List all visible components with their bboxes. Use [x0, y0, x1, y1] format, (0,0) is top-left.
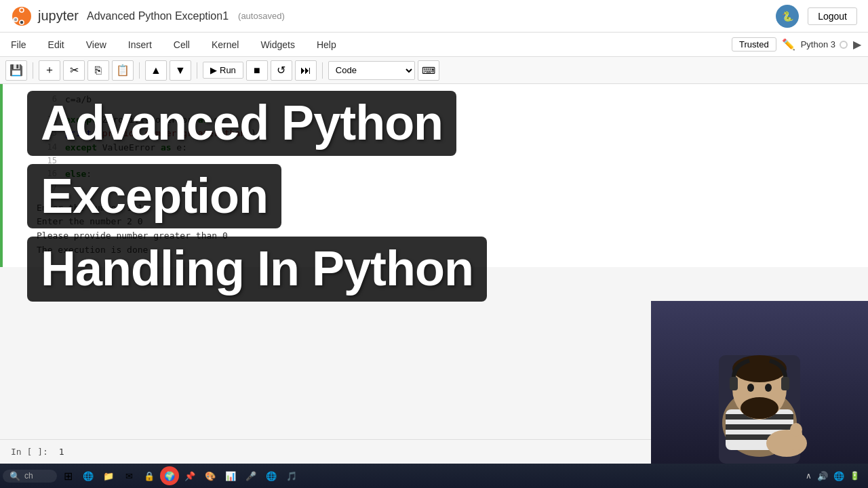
paste-cell-button[interactable]: 📋 [112, 60, 134, 81]
output-line-3: Please provide number greater than 0 [37, 229, 857, 243]
kernel-status-circle [840, 41, 848, 49]
menu-edit[interactable]: Edit [44, 37, 68, 53]
cell-input-value: 1 [59, 447, 64, 457]
taskbar-mic-icon[interactable]: 🎤 [241, 466, 260, 485]
menu-view[interactable]: View [82, 37, 111, 53]
separator-2 [139, 62, 140, 79]
windows-taskbar: 🔍 ch ⊞ 🌐 📁 ✉ 🔒 🌍 📌 🎨 📊 🎤 🌐 🎵 ∧ 🔊 🌐 🔋 [0, 464, 868, 488]
logo-area: jupyter Advanced Python Exception1 (auto… [11, 5, 285, 27]
taskbar-explorer-icon[interactable]: 📁 [99, 466, 118, 485]
menu-kernel[interactable]: Kernel [208, 37, 243, 53]
code-line-12: 12 except ZeroDivisionError as e: [37, 113, 857, 127]
svg-rect-19 [781, 377, 789, 390]
bottom-cell-area: In [ ]: 1 [0, 439, 651, 464]
code-line-13: 13 print("provide number greater than") [37, 127, 857, 140]
code-line-14: 14 except ValueError as e: [37, 141, 857, 155]
menu-cell[interactable]: Cell [170, 37, 194, 53]
taskbar-browser2-icon[interactable]: 🌐 [262, 466, 281, 485]
svg-point-16 [747, 384, 754, 392]
run-icon: ▶ [210, 65, 217, 75]
top-bar: jupyter Advanced Python Exception1 (auto… [0, 0, 868, 33]
expand-icon: ▶ [853, 38, 861, 51]
taskbar-windows-icon[interactable]: ⊞ [58, 466, 77, 485]
code-line-15: 15 [37, 155, 857, 167]
restart-button[interactable]: ↺ [271, 60, 292, 81]
taskbar-mail-icon[interactable]: ✉ [119, 466, 138, 485]
svg-point-2 [20, 20, 24, 24]
svg-point-14 [732, 355, 787, 382]
taskbar-volume-icon[interactable]: 🔊 [817, 471, 828, 481]
code-area: 6 c=a/b 12 except ZeroDivisionError as e… [3, 89, 868, 197]
separator-4 [322, 62, 323, 79]
cell-input-indicator: In [ ]: [11, 447, 48, 457]
notebook-area: 6 c=a/b 12 except ZeroDivisionError as e… [0, 84, 868, 464]
jupyter-logo-icon [11, 5, 33, 27]
cut-cell-button[interactable]: ✂ [63, 60, 85, 81]
separator-3 [197, 62, 197, 79]
taskbar-expand-icon[interactable]: ∧ [806, 471, 812, 481]
svg-point-3 [14, 18, 18, 22]
move-down-button[interactable]: ▼ [170, 60, 191, 81]
kernel-indicator: Python 3 [801, 39, 848, 49]
taskbar-network-icon[interactable]: 🌐 [833, 471, 844, 481]
trusted-area: Trusted ✏️ Python 3 ▶ [732, 37, 861, 52]
output-area: Enter the number 1 12 Enter the number 2… [3, 197, 868, 262]
taskbar-art-icon[interactable]: 🎨 [201, 466, 220, 485]
autosaved-label: (autosaved) [238, 11, 285, 21]
svg-point-17 [765, 384, 772, 392]
python-logo-icon: 🐍 [775, 4, 800, 28]
menu-widgets[interactable]: Widgets [256, 37, 299, 53]
logout-button[interactable]: Logout [808, 7, 857, 25]
menu-help[interactable]: Help [313, 37, 340, 53]
taskbar-right-area: ∧ 🔊 🌐 🔋 [806, 471, 865, 481]
restart-run-button[interactable]: ⏭ [295, 60, 317, 81]
menu-insert[interactable]: Insert [124, 37, 156, 53]
search-text: ch [24, 471, 33, 481]
output-line-4: The execution is done [37, 243, 857, 258]
taskbar-search[interactable]: 🔍 ch [3, 470, 57, 483]
taskbar-chrome-icon[interactable]: 🌍 [160, 466, 179, 485]
cell-type-select[interactable]: Code Markdown Raw NBConvert Heading [328, 61, 415, 80]
code-line-17: 17 [37, 182, 857, 194]
keyboard-shortcuts-button[interactable]: ⌨ [418, 60, 439, 81]
person-silhouette [651, 301, 868, 464]
webcam-overlay [651, 301, 868, 464]
add-cell-button[interactable]: ＋ [39, 60, 60, 81]
taskbar-battery-icon[interactable]: 🔋 [850, 471, 860, 481]
svg-rect-18 [730, 377, 738, 390]
separator-1 [33, 62, 33, 79]
trusted-button[interactable]: Trusted [732, 37, 776, 52]
output-line-2: Enter the number 2 0 [37, 215, 857, 229]
menu-file[interactable]: File [7, 37, 31, 53]
svg-point-1 [20, 8, 24, 12]
run-button[interactable]: ▶ Run [203, 62, 243, 79]
code-line-6: 6 c=a/b [37, 93, 857, 106]
svg-rect-11 [726, 424, 793, 430]
toolbar: 💾 ＋ ✂ ⎘ 📋 ▲ ▼ ▶ Run ■ ↺ ⏭ Code Markdown … [0, 57, 868, 84]
pencil-icon: ✏️ [782, 38, 795, 51]
svg-point-15 [741, 397, 778, 419]
svg-text:🐍: 🐍 [782, 11, 794, 22]
move-up-button[interactable]: ▲ [145, 60, 167, 81]
taskbar-ppt-icon[interactable]: 📊 [221, 466, 240, 485]
top-right-area: 🐍 Logout [775, 4, 857, 28]
jupyter-wordmark: jupyter [38, 8, 79, 24]
save-button[interactable]: 💾 [5, 60, 27, 81]
menu-bar: File Edit View Insert Cell Kernel Widget… [0, 33, 868, 57]
search-icon: 🔍 [9, 471, 20, 481]
taskbar-pin-icon[interactable]: 📌 [180, 466, 199, 485]
copy-cell-button[interactable]: ⎘ [87, 60, 109, 81]
svg-point-22 [790, 423, 802, 436]
code-cell[interactable]: 6 c=a/b 12 except ZeroDivisionError as e… [0, 84, 868, 267]
output-line-1: Enter the number 1 12 [37, 201, 857, 216]
taskbar-edge-icon[interactable]: 🌐 [79, 466, 98, 485]
taskbar-music-icon[interactable]: 🎵 [282, 466, 301, 485]
stop-button[interactable]: ■ [246, 60, 268, 81]
code-line-16: 16 else: [37, 167, 857, 181]
notebook-title: Advanced Python Exception1 [87, 10, 229, 22]
taskbar-security-icon[interactable]: 🔒 [140, 466, 159, 485]
